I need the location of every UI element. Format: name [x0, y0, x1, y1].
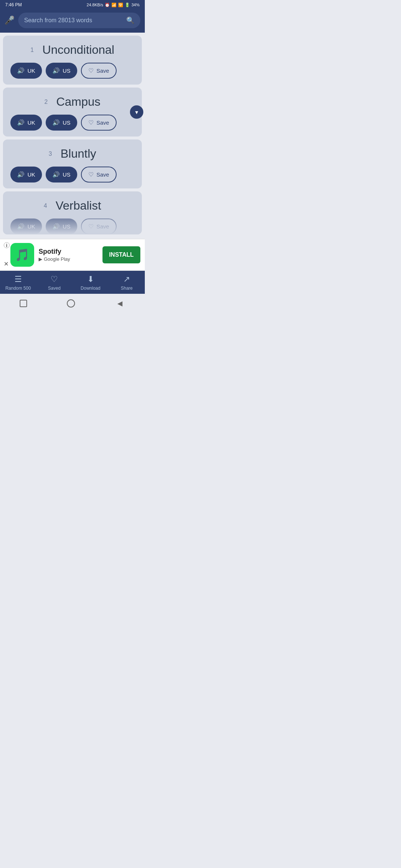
- uk-label: UK: [27, 171, 35, 178]
- speaker-icon: 🔊: [17, 119, 25, 126]
- word-buttons-1: 🔊 UK 🔊 US ♡ Save: [9, 63, 136, 79]
- save-button-4[interactable]: ♡ Save: [81, 218, 117, 234]
- uk-button-3[interactable]: 🔊 UK: [10, 167, 42, 183]
- status-bar: 7:46 PM 24.8KB/s ⏰ 📶 🛜 🔋 34%: [0, 0, 145, 10]
- word-header-1: 1 Unconditional: [9, 43, 136, 57]
- us-label: US: [63, 119, 71, 126]
- word-card-1: 1 Unconditional 🔊 UK 🔊 US ♡ Save: [3, 36, 142, 85]
- ad-close-button[interactable]: ✕: [4, 260, 9, 267]
- word-number-1: 1: [30, 47, 38, 53]
- bottom-nav: ☰ Random 500 ♡ Saved ⬇ Download ↗ Share: [0, 271, 145, 294]
- share-icon: ↗: [123, 274, 130, 284]
- word-number-4: 4: [44, 203, 51, 209]
- save-button-3[interactable]: ♡ Save: [81, 167, 117, 183]
- speaker-icon: 🔊: [17, 223, 25, 230]
- ad-banner: i ✕ 🎵 Spotify ▶ Google Play INSTALL: [0, 239, 145, 271]
- speaker-icon: 🔊: [52, 119, 60, 126]
- alarm-icon: ⏰: [105, 3, 110, 7]
- sys-home-button[interactable]: [67, 299, 75, 308]
- nav-saved[interactable]: ♡ Saved: [41, 274, 67, 291]
- search-container: 🎤 Search from 28013 words 🔍: [0, 10, 145, 33]
- ad-install-button[interactable]: INSTALL: [102, 246, 140, 263]
- sys-back-button[interactable]: ◀: [115, 298, 125, 309]
- heart-icon: ♡: [88, 119, 94, 126]
- word-number-2: 2: [44, 99, 52, 105]
- us-label: US: [63, 223, 71, 230]
- uk-label: UK: [27, 68, 35, 74]
- nav-download-label: Download: [81, 286, 100, 291]
- word-buttons-3: 🔊 UK 🔊 US ♡ Save: [9, 167, 136, 183]
- search-placeholder: Search from 28013 words: [24, 17, 92, 24]
- uk-button-1[interactable]: 🔊 UK: [10, 63, 42, 79]
- signal-icon: 📶: [111, 3, 117, 7]
- save-label: Save: [97, 171, 109, 178]
- google-play-icon: ▶: [39, 256, 42, 262]
- status-time: 7:46 PM: [5, 2, 22, 7]
- uk-label: UK: [27, 223, 35, 230]
- nav-download[interactable]: ⬇ Download: [78, 274, 104, 291]
- save-label: Save: [97, 223, 109, 230]
- network-speed: 24.8KB/s: [87, 3, 103, 7]
- system-nav: ◀: [0, 294, 145, 313]
- word-buttons-2: 🔊 UK 🔊 US ♡ Save: [9, 115, 136, 131]
- nav-share-label: Share: [121, 286, 133, 291]
- ad-text: Spotify ▶ Google Play: [39, 248, 98, 262]
- speaker-icon: 🔊: [52, 171, 60, 178]
- sys-square-button[interactable]: [20, 300, 27, 307]
- word-buttons-4: 🔊 UK 🔊 US ♡ Save: [9, 218, 136, 234]
- speaker-icon: 🔊: [52, 223, 60, 230]
- speaker-icon: 🔊: [17, 67, 25, 74]
- uk-label: UK: [27, 119, 35, 126]
- word-card-2: 2 Campus 🔊 UK 🔊 US ♡ Save ▾: [3, 88, 142, 137]
- words-container: 1 Unconditional 🔊 UK 🔊 US ♡ Save 2 Campu…: [0, 33, 145, 237]
- save-button-2[interactable]: ♡ Save: [81, 115, 117, 131]
- save-button-1[interactable]: ♡ Save: [81, 63, 117, 79]
- word-number-3: 3: [49, 151, 56, 157]
- chevron-down-icon: ▾: [135, 109, 138, 116]
- mic-icon[interactable]: 🎤: [4, 16, 14, 25]
- word-text-2: Campus: [56, 95, 100, 109]
- spotify-icon: 🎵: [15, 248, 30, 262]
- ad-store: ▶ Google Play: [39, 256, 98, 262]
- save-label: Save: [97, 119, 109, 126]
- heart-icon: ♡: [88, 171, 94, 178]
- battery-icon: 🔋: [125, 3, 130, 7]
- us-button-3[interactable]: 🔊 US: [46, 167, 77, 183]
- download-icon: ⬇: [87, 274, 94, 284]
- ad-info-icon[interactable]: i: [4, 242, 10, 248]
- uk-button-2[interactable]: 🔊 UK: [10, 115, 42, 131]
- word-header-2: 2 Campus: [9, 95, 136, 109]
- heart-nav-icon: ♡: [50, 274, 58, 284]
- word-card-3: 3 Bluntly 🔊 UK 🔊 US ♡ Save: [3, 139, 142, 188]
- nav-random500[interactable]: ☰ Random 500: [5, 274, 31, 291]
- us-label: US: [63, 171, 71, 178]
- us-button-4[interactable]: 🔊 US: [46, 218, 77, 234]
- us-button-2[interactable]: 🔊 US: [46, 115, 77, 131]
- chevron-down-button[interactable]: ▾: [130, 105, 143, 119]
- us-button-1[interactable]: 🔊 US: [46, 63, 77, 79]
- nav-random500-label: Random 500: [5, 286, 31, 291]
- us-label: US: [63, 68, 71, 74]
- word-card-4: 4 Verbalist 🔊 UK 🔊 US ♡ Save: [3, 191, 142, 234]
- wifi-icon: 🛜: [118, 3, 123, 7]
- speaker-icon: 🔊: [17, 171, 25, 178]
- word-text-3: Bluntly: [61, 147, 96, 161]
- search-icon: 🔍: [126, 16, 134, 24]
- status-right: 24.8KB/s ⏰ 📶 🛜 🔋 34%: [87, 3, 140, 7]
- word-text-1: Unconditional: [42, 43, 114, 57]
- save-label: Save: [97, 68, 109, 74]
- nav-saved-label: Saved: [48, 286, 61, 291]
- search-bar[interactable]: Search from 28013 words 🔍: [18, 13, 140, 28]
- speaker-icon: 🔊: [52, 67, 60, 74]
- list-icon: ☰: [14, 274, 22, 284]
- uk-button-4[interactable]: 🔊 UK: [10, 218, 42, 234]
- nav-share[interactable]: ↗ Share: [114, 274, 140, 291]
- ad-app-name: Spotify: [39, 248, 98, 256]
- word-header-4: 4 Verbalist: [9, 199, 136, 213]
- battery-level: 34%: [131, 3, 140, 7]
- ad-logo: 🎵: [10, 243, 34, 267]
- word-header-3: 3 Bluntly: [9, 147, 136, 161]
- word-text-4: Verbalist: [56, 199, 101, 213]
- heart-icon: ♡: [88, 67, 94, 74]
- heart-icon: ♡: [88, 223, 94, 230]
